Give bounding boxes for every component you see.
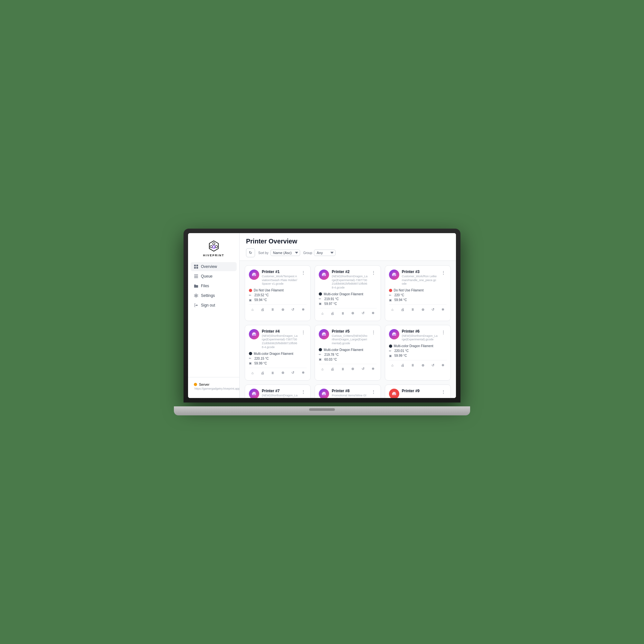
pause-button[interactable]: ⏸	[269, 369, 276, 376]
svg-rect-11	[194, 276, 198, 277]
settings-button[interactable]: ❄	[370, 310, 377, 317]
cancel-button[interactable]: ⊗	[279, 369, 286, 376]
svg-point-32	[325, 334, 326, 335]
filament-status-dot	[389, 289, 392, 292]
printer-name: Printer #7	[262, 389, 298, 393]
pause-button[interactable]: ⏸	[339, 365, 346, 373]
pause-button[interactable]: ⏸	[269, 306, 276, 313]
bed-temp: 60.03 °C	[324, 358, 337, 361]
printer-avatar	[249, 329, 259, 339]
filament-row: Do Not Use Filament	[389, 289, 447, 292]
reset-button[interactable]: ↺	[359, 365, 366, 373]
hotend-temp-row: ✏ 219.52 °C	[249, 293, 307, 297]
print-button[interactable]: 🖨	[399, 306, 406, 313]
settings-button[interactable]: ❄	[299, 369, 307, 376]
card-menu-button[interactable]: ⋮	[440, 389, 447, 395]
card-actions: ⌂ 🖨 ⏸ ⊗ ↺ ❄	[319, 308, 376, 317]
svg-point-3	[215, 246, 217, 248]
laptop-base	[174, 406, 470, 415]
print-button[interactable]: 🖨	[329, 365, 336, 373]
card-title-area: Printer #1 Customer_Work/Tempest Aviatio…	[262, 270, 298, 286]
reset-button[interactable]: ↺	[289, 369, 297, 376]
card-menu-button[interactable]: ⋮	[370, 389, 377, 395]
bed-icon: ▣	[319, 302, 323, 305]
card-menu-button[interactable]: ⋮	[300, 270, 307, 276]
card-actions: ⌂ 🖨 ⏸ ⊗ ↺ ❄	[249, 304, 307, 313]
reset-button[interactable]: ↺	[429, 306, 436, 313]
nav-label-queue: Queue	[201, 274, 213, 279]
printer-file: (NEW)ShorthornDragon_Large(Experimental)…	[402, 334, 438, 342]
card-menu-button[interactable]: ⋮	[440, 329, 447, 336]
cancel-button[interactable]: ⊗	[349, 310, 356, 317]
home-button[interactable]: ⌂	[249, 306, 256, 313]
settings-button[interactable]: ❄	[299, 306, 307, 313]
svg-rect-18	[323, 273, 325, 274]
svg-rect-22	[393, 273, 395, 274]
card-header: Printer #3 Customer_Work/Ron Letkeman/Ha…	[389, 270, 447, 286]
card-menu-button[interactable]: ⋮	[300, 329, 307, 336]
cancel-button[interactable]: ⊗	[349, 365, 356, 373]
group-select[interactable]: Any Group 1 Group 2	[314, 250, 336, 256]
card-actions: ⌂ 🖨 ⏸ ⊗ ↺ ❄	[319, 364, 376, 373]
settings-button[interactable]: ❄	[440, 362, 447, 369]
card-menu-button[interactable]: ⋮	[370, 270, 377, 276]
filament-status-dot	[249, 289, 252, 292]
svg-rect-46	[393, 392, 395, 393]
sidebar-item-settings[interactable]: Settings	[191, 291, 237, 300]
svg-rect-10	[194, 275, 198, 275]
printer-file: (NEW)ShorthornDragon_Large(Experimental)…	[332, 275, 367, 290]
print-button[interactable]: 🖨	[399, 362, 406, 369]
hotend-temp-row: ✏ 219.91 °C	[319, 297, 376, 301]
sidebar-item-overview[interactable]: Overview	[191, 262, 237, 271]
bed-icon: ▣	[389, 354, 393, 357]
card-menu-button[interactable]: ⋮	[440, 270, 447, 276]
bed-icon: ▣	[319, 358, 323, 361]
filament-name: Multi-color Dragon Filament	[394, 344, 433, 348]
printer-name: Printer #9	[402, 389, 438, 393]
settings-button[interactable]: ❄	[370, 365, 377, 373]
printer-avatar	[319, 389, 329, 398]
reset-button[interactable]: ↺	[289, 306, 297, 313]
home-button[interactable]: ⌂	[249, 369, 256, 376]
card-title-area: Printer #6 (NEW)ShorthornDragon_Large(Ex…	[402, 329, 438, 342]
card-status: Multi-color Dragon Filament ✏ 219.78 °C …	[319, 348, 376, 361]
hotend-temp: 219.78 °C	[324, 353, 339, 356]
page-header: Printer Overview ↻ Sort by Name (Asc) Na…	[240, 233, 456, 261]
reset-button[interactable]: ↺	[429, 362, 436, 369]
print-button[interactable]: 🖨	[259, 306, 266, 313]
bed-temp-row: ▣ 59.94 °C	[249, 298, 307, 302]
filament-row: Multi-color Dragon Filament	[319, 292, 376, 296]
sort-select[interactable]: Name (Asc) Name (Desc) Status	[270, 250, 300, 256]
filament-row: Do Not Use Filament	[249, 289, 307, 292]
home-button[interactable]: ⌂	[319, 310, 326, 317]
home-button[interactable]: ⌂	[389, 306, 396, 313]
home-button[interactable]: ⌂	[319, 365, 326, 373]
cancel-button[interactable]: ⊗	[279, 306, 286, 313]
card-status: Do Not Use Filament ✏ 219.52 °C ▣ 59.94 …	[249, 289, 307, 302]
print-button[interactable]: 🖨	[259, 369, 266, 376]
reset-button[interactable]: ↺	[359, 310, 366, 317]
bed-temp-row: ▣ 59.99 °C	[249, 362, 307, 365]
printer-card: Printer #3 Customer_Work/Ron Letkeman/Ha…	[385, 265, 451, 321]
sidebar-item-files[interactable]: Files	[191, 281, 237, 290]
home-button[interactable]: ⌂	[389, 362, 396, 369]
svg-point-44	[325, 393, 326, 394]
sidebar-item-queue[interactable]: Queue	[191, 272, 237, 281]
hotend-temp-row: ✏ 220.15 °C	[249, 357, 307, 360]
card-menu-button[interactable]: ⋮	[300, 389, 307, 395]
bed-temp: 59.97 °C	[324, 302, 337, 306]
card-menu-button[interactable]: ⋮	[370, 329, 377, 336]
svg-rect-12	[194, 278, 198, 278]
refresh-button[interactable]: ↻	[246, 248, 255, 257]
pause-button[interactable]: ⏸	[339, 310, 346, 317]
filament-status-dot	[319, 348, 322, 351]
sidebar-item-signout[interactable]: Sign out	[191, 301, 237, 310]
settings-button[interactable]: ❄	[440, 306, 447, 313]
sidebar: 🖨 HIVEPRINT Overview	[188, 233, 240, 398]
cancel-button[interactable]: ⊗	[419, 306, 426, 313]
cancel-button[interactable]: ⊗	[419, 362, 426, 369]
card-title-area: Printer #3 Customer_Work/Ron Letkeman/Ha…	[402, 270, 438, 286]
print-button[interactable]: 🖨	[329, 310, 336, 317]
pause-button[interactable]: ⏸	[409, 306, 416, 313]
pause-button[interactable]: ⏸	[409, 362, 416, 369]
